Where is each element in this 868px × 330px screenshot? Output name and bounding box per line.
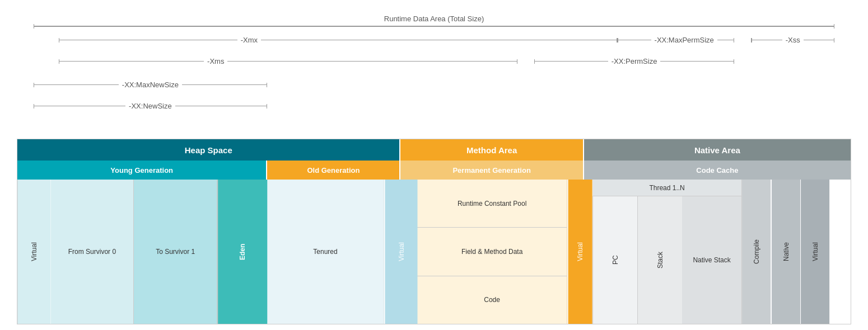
thread-bottom: PC Stack Native Stack xyxy=(592,196,742,324)
code-cell: Code xyxy=(417,276,567,324)
native-stack-cell: Native Stack xyxy=(682,196,742,324)
old-generation-header: Old Generation xyxy=(267,161,400,180)
runtime-total-label: Runtime Data Area (Total Size) xyxy=(384,15,484,23)
field-method-data-cell: Field & Method Data xyxy=(417,228,567,276)
compile-cell: Compile xyxy=(742,180,771,324)
virtual-native-cell: Virtual xyxy=(801,180,830,324)
to-survivor1-cell: To Survivor 1 xyxy=(134,180,217,324)
method-area-header: Method Area xyxy=(400,139,584,161)
code-cache-header: Code Cache xyxy=(584,161,851,180)
maxnewsize-line: -XX:MaxNewSize xyxy=(34,81,267,89)
diagram-row-main: Virtual From Survivor 0 To Survivor 1 Ed… xyxy=(17,180,851,324)
heap-space-header: Heap Space xyxy=(17,139,400,161)
permsize-line: -XX:PermSize xyxy=(534,57,735,65)
xmx-label: -Xmx xyxy=(237,36,261,44)
xss-label: -Xss xyxy=(782,36,804,44)
virtual-perm-cell: Virtual xyxy=(567,180,592,324)
from-survivor0-cell: From Survivor 0 xyxy=(51,180,134,324)
newsize-line: -XX:NewSize xyxy=(34,102,267,110)
xss-line: -Xss xyxy=(751,36,834,44)
perm-content-cell: Runtime Constant Pool Field & Method Dat… xyxy=(417,180,567,324)
diagram-row-top: Heap Space Method Area Native Area xyxy=(17,139,851,161)
virtual-old-cell: Virtual xyxy=(384,180,418,324)
maxpermsize-label: -XX:MaxPermSize xyxy=(651,36,717,44)
tenured-cell: Tenured xyxy=(267,180,384,324)
thread-area-cell: Thread 1..N PC Stack Native Stack xyxy=(592,180,743,324)
runtime-constant-pool-cell: Runtime Constant Pool xyxy=(417,180,567,228)
native-area-header: Native Area xyxy=(584,139,851,161)
diagram-row-sub: Young Generation Old Generation Permanen… xyxy=(17,161,851,180)
pc-cell: PC xyxy=(592,196,637,324)
native-col-cell: Native xyxy=(772,180,801,324)
stack-cell: Stack xyxy=(637,196,682,324)
permsize-label: -XX:PermSize xyxy=(608,57,661,65)
eden-cell: Eden xyxy=(217,180,267,324)
jvm-memory-diagram: Heap Space Method Area Native Area Young… xyxy=(17,139,851,324)
newsize-label: -XX:NewSize xyxy=(125,102,175,110)
xms-line: -Xms xyxy=(59,57,518,65)
thread-label: Thread 1..N xyxy=(592,180,742,196)
xms-label: -Xms xyxy=(204,57,227,65)
dimension-lines-section: Runtime Data Area (Total Size) -Xmx -XX:… xyxy=(17,10,851,139)
runtime-total-line: Runtime Data Area (Total Size) xyxy=(34,15,834,29)
xmx-line: -Xmx xyxy=(59,36,618,44)
young-generation-header: Young Generation xyxy=(17,161,267,180)
virtual-left-cell: Virtual xyxy=(17,180,51,324)
maxpermsize-line: -XX:MaxPermSize xyxy=(618,36,735,44)
maxnewsize-label: -XX:MaxNewSize xyxy=(119,81,182,89)
permanent-generation-header: Permanent Generation xyxy=(400,161,584,180)
